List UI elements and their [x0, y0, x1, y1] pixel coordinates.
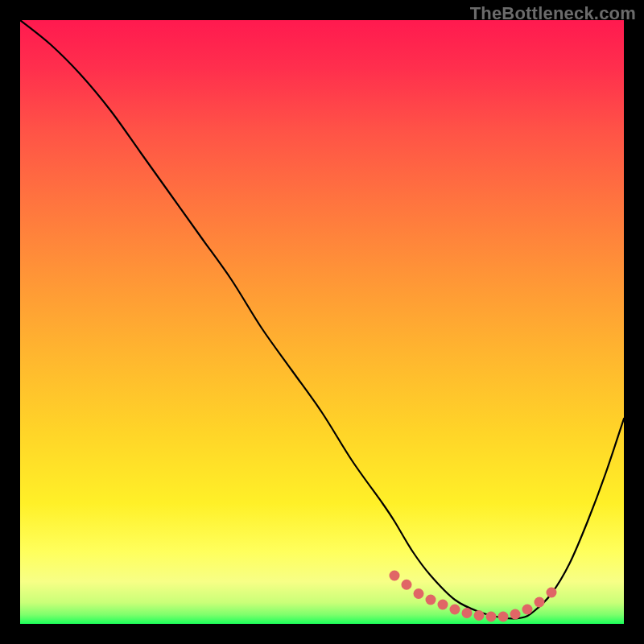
optimal-marker [402, 580, 412, 590]
optimal-marker [414, 588, 424, 599]
optimal-marker [438, 600, 448, 610]
optimal-marker [510, 609, 521, 620]
optimal-marker [450, 605, 460, 615]
optimal-marker [486, 612, 497, 622]
optimal-marker [498, 612, 509, 622]
optimal-marker [390, 571, 400, 581]
optimal-marker [426, 595, 436, 605]
chart-plot-area [20, 20, 624, 624]
optimal-marker [462, 608, 473, 618]
optimal-marker [547, 588, 557, 598]
chart-stage: TheBottleneck.com [0, 0, 644, 644]
optimal-marker [522, 605, 533, 615]
optimal-marker [535, 597, 545, 608]
chart-svg [20, 20, 624, 624]
optimal-marker [474, 610, 485, 621]
